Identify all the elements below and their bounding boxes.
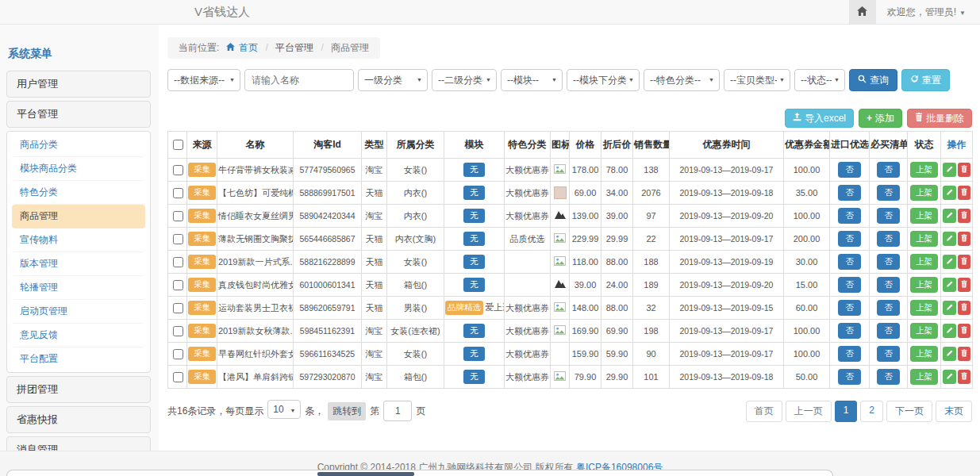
- edit-button[interactable]: [943, 232, 956, 246]
- status-toggle[interactable]: 上架: [910, 300, 938, 316]
- page-button-1[interactable]: 1: [835, 401, 858, 422]
- status-toggle[interactable]: 上架: [910, 185, 938, 201]
- row-checkbox[interactable]: [173, 372, 183, 382]
- sidebar-item-8[interactable]: 意见反馈: [12, 324, 145, 347]
- import-select-toggle[interactable]: 否: [838, 162, 861, 178]
- status-select-control[interactable]: --状态--: [794, 69, 845, 91]
- delete-button[interactable]: [958, 370, 970, 384]
- add-button[interactable]: +添加: [859, 109, 902, 128]
- horizontal-scrollbar-thumb[interactable]: [317, 472, 414, 476]
- delete-button[interactable]: [958, 186, 970, 200]
- edit-button[interactable]: [943, 347, 956, 361]
- delete-button[interactable]: [958, 255, 970, 269]
- edit-button[interactable]: [943, 186, 956, 200]
- status-toggle[interactable]: 上架: [910, 323, 938, 339]
- row-checkbox[interactable]: [173, 326, 183, 336]
- sidebar-item-5[interactable]: 版本管理: [12, 252, 145, 276]
- breadcrumb-home-link[interactable]: 首页: [239, 42, 258, 53]
- page-number-input[interactable]: [383, 401, 412, 421]
- user-menu[interactable]: 欢迎您，管理员!▼: [876, 0, 980, 24]
- must-buy-toggle[interactable]: 否: [877, 185, 900, 201]
- level1-category-select-control[interactable]: 一级分类: [358, 69, 428, 91]
- edit-button[interactable]: [943, 278, 956, 292]
- must-buy-toggle[interactable]: 否: [877, 254, 900, 270]
- jump-button[interactable]: 跳转到: [328, 402, 366, 420]
- import-select-toggle[interactable]: 否: [838, 300, 861, 316]
- name-search-input[interactable]: [244, 69, 354, 91]
- delete-button[interactable]: [958, 232, 970, 246]
- reset-button[interactable]: 重置: [901, 69, 950, 91]
- import-select-toggle[interactable]: 否: [838, 369, 861, 385]
- data-source-select-control[interactable]: --数据来源--: [167, 69, 240, 91]
- sidebar-item-4[interactable]: 宣传物料: [12, 228, 145, 252]
- import-select-toggle[interactable]: 否: [838, 254, 861, 270]
- must-buy-toggle[interactable]: 否: [877, 208, 900, 224]
- must-buy-toggle[interactable]: 否: [877, 300, 900, 316]
- feature-category-select-control[interactable]: --特色分类--: [644, 69, 720, 91]
- row-checkbox[interactable]: [173, 349, 183, 359]
- import-excel-button[interactable]: 导入excel: [785, 109, 854, 128]
- status-toggle[interactable]: 上架: [910, 277, 938, 293]
- sidebar-item-9[interactable]: 平台配置: [12, 347, 145, 370]
- must-buy-toggle[interactable]: 否: [877, 277, 900, 293]
- status-toggle[interactable]: 上架: [910, 208, 938, 224]
- batch-delete-button[interactable]: 批量删除: [907, 109, 972, 128]
- sidebar-item-0[interactable]: 商品分类: [12, 133, 145, 157]
- sidebar-section-1[interactable]: 平台管理: [6, 101, 151, 128]
- sidebar-section-3[interactable]: 省惠快报: [6, 406, 151, 433]
- delete-button[interactable]: [958, 347, 970, 361]
- home-button[interactable]: [849, 0, 876, 24]
- query-button[interactable]: 查询: [849, 69, 897, 91]
- import-select-toggle[interactable]: 否: [838, 185, 861, 201]
- sidebar-item-3[interactable]: 商品管理: [12, 205, 145, 228]
- must-buy-toggle[interactable]: 否: [877, 369, 900, 385]
- sidebar-item-7[interactable]: 启动页管理: [12, 300, 145, 324]
- must-buy-toggle[interactable]: 否: [877, 231, 900, 247]
- page-button-下一页[interactable]: 下一页: [886, 401, 932, 422]
- sidebar-item-6[interactable]: 轮播管理: [12, 276, 145, 300]
- status-toggle[interactable]: 上架: [910, 254, 938, 270]
- delete-button[interactable]: [958, 301, 970, 315]
- row-checkbox[interactable]: [173, 303, 183, 313]
- status-toggle[interactable]: 上架: [910, 231, 938, 247]
- status-toggle[interactable]: 上架: [910, 369, 938, 385]
- import-select-toggle[interactable]: 否: [838, 346, 861, 362]
- edit-button[interactable]: [943, 209, 956, 223]
- delete-button[interactable]: [958, 209, 970, 223]
- must-buy-toggle[interactable]: 否: [877, 346, 900, 362]
- edit-button[interactable]: [943, 370, 956, 384]
- row-checkbox[interactable]: [173, 257, 183, 267]
- page-button-首页[interactable]: 首页: [746, 401, 782, 422]
- delete-button[interactable]: [958, 324, 970, 338]
- row-checkbox[interactable]: [173, 280, 183, 290]
- page-button-上一页[interactable]: 上一页: [786, 401, 832, 422]
- module-select-control[interactable]: --模块--: [501, 69, 563, 91]
- must-buy-toggle[interactable]: 否: [877, 323, 900, 339]
- row-checkbox[interactable]: [173, 211, 183, 221]
- delete-button[interactable]: [958, 278, 970, 292]
- row-checkbox[interactable]: [173, 165, 183, 175]
- item-type-select-control[interactable]: --宝贝类型--: [724, 69, 790, 91]
- row-checkbox[interactable]: [173, 188, 183, 198]
- must-buy-toggle[interactable]: 否: [877, 162, 900, 178]
- row-checkbox[interactable]: [173, 234, 183, 244]
- delete-button[interactable]: [958, 163, 970, 177]
- module-sub-select-control[interactable]: --模块下分类--: [567, 69, 640, 91]
- level2-category-select-control[interactable]: --二级分类--: [432, 69, 497, 91]
- import-select-toggle[interactable]: 否: [838, 277, 861, 293]
- sidebar-item-2[interactable]: 特色分类: [12, 181, 145, 205]
- page-button-末页[interactable]: 末页: [936, 401, 972, 422]
- status-toggle[interactable]: 上架: [910, 346, 938, 362]
- sidebar-item-1[interactable]: 模块商品分类: [12, 157, 145, 181]
- status-toggle[interactable]: 上架: [910, 162, 938, 178]
- sidebar-section-0[interactable]: 用户管理: [6, 71, 151, 98]
- import-select-toggle[interactable]: 否: [838, 323, 861, 339]
- select-all-checkbox[interactable]: [173, 140, 183, 150]
- import-select-toggle[interactable]: 否: [838, 231, 861, 247]
- edit-button[interactable]: [943, 163, 956, 177]
- edit-button[interactable]: [943, 255, 956, 269]
- page-button-2[interactable]: 2: [860, 401, 883, 422]
- import-select-toggle[interactable]: 否: [838, 208, 861, 224]
- edit-button[interactable]: [943, 324, 956, 338]
- sidebar-section-2[interactable]: 拼团管理: [6, 376, 151, 403]
